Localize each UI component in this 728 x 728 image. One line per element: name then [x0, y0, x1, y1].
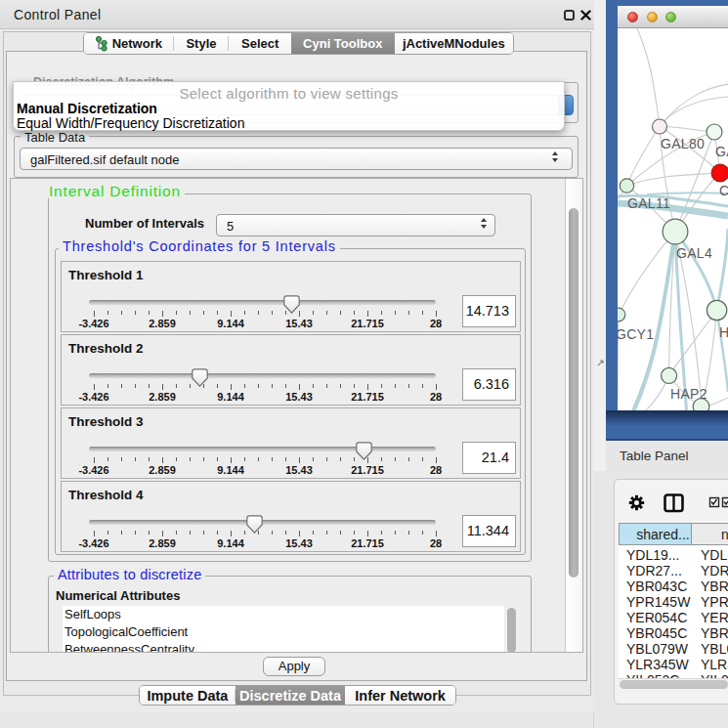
svg-text:GCY1: GCY1 — [618, 326, 654, 342]
svg-text:GAL7: GAL7 — [715, 144, 728, 159]
svg-text:HAP2: HAP2 — [670, 386, 707, 402]
svg-text:GAL4: GAL4 — [676, 245, 712, 261]
svg-text:GAL80: GAL80 — [661, 136, 705, 151]
svg-text:H: H — [719, 324, 728, 340]
svg-text:GAL11: GAL11 — [627, 195, 670, 211]
svg-text:C: C — [719, 183, 728, 198]
